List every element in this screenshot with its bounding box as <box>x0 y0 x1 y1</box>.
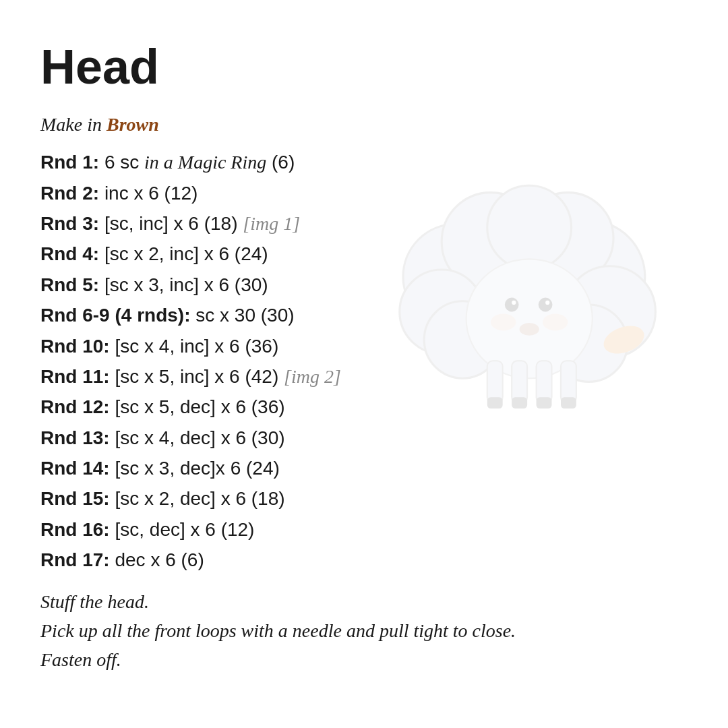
page-container: Head Make in Brown Rnd 1: 6 sc in a Magi… <box>0 0 728 728</box>
list-item: Rnd 3: [sc, inc] x 6 (18) [img 1] <box>40 209 688 238</box>
footer-line-2: Pick up all the front loops with a needl… <box>40 616 688 645</box>
footer-notes: Stuff the head. Pick up all the front lo… <box>40 587 688 675</box>
rnd-text: [sc x 4, inc] x 6 (36) <box>115 336 278 357</box>
footer-line-3: Fasten off. <box>40 645 688 674</box>
list-item: Rnd 5: [sc x 3, inc] x 6 (30) <box>40 270 688 299</box>
rnd-label: Rnd 1: <box>40 152 99 173</box>
img-ref: [img 2] <box>284 366 341 387</box>
rnd-label: Rnd 13: <box>40 427 110 448</box>
rnd-end: (6) <box>266 152 295 173</box>
list-item: Rnd 1: 6 sc in a Magic Ring (6) <box>40 148 688 177</box>
rnd-text: [sc, inc] x 6 (18) <box>104 213 243 234</box>
list-item: Rnd 2: inc x 6 (12) <box>40 179 688 208</box>
list-item: Rnd 6-9 (4 rnds): sc x 30 (30) <box>40 301 688 330</box>
rnd-text: sc x 30 (30) <box>195 305 294 326</box>
rnd-label: Rnd 4: <box>40 243 99 264</box>
list-item: Rnd 11: [sc x 5, inc] x 6 (42) [img 2] <box>40 362 688 391</box>
rnd-label: Rnd 16: <box>40 519 110 540</box>
rnd-label: Rnd 11: <box>40 366 110 387</box>
rnd-label: Rnd 15: <box>40 488 110 509</box>
rnd-label: Rnd 5: <box>40 274 99 295</box>
list-item: Rnd 10: [sc x 4, inc] x 6 (36) <box>40 332 688 361</box>
footer-line-1: Stuff the head. <box>40 587 688 616</box>
list-item: Rnd 12: [sc x 5, dec] x 6 (36) <box>40 392 688 421</box>
page-title: Head <box>40 40 688 94</box>
list-item: Rnd 17: dec x 6 (6) <box>40 545 688 574</box>
rnd-text: [sc x 5, inc] x 6 (42) <box>115 366 284 387</box>
list-item: Rnd 13: [sc x 4, dec] x 6 (30) <box>40 423 688 452</box>
rnd-label: Rnd 17: <box>40 549 110 570</box>
rnd-text: [sc x 4, dec] x 6 (30) <box>115 427 284 448</box>
rnd-label: Rnd 10: <box>40 336 110 357</box>
rnd-label: Rnd 6-9 (4 rnds): <box>40 305 190 326</box>
rnd-text: [sc x 2, dec] x 6 (18) <box>115 488 284 509</box>
rnd-text: [sc x 3, dec]x 6 (24) <box>115 458 279 479</box>
rnd-label: Rnd 3: <box>40 213 99 234</box>
list-item: Rnd 14: [sc x 3, dec]x 6 (24) <box>40 454 688 483</box>
make-in-color: Brown <box>107 114 159 135</box>
rnd-italic: in a Magic Ring <box>144 152 266 173</box>
list-item: Rnd 16: [sc, dec] x 6 (12) <box>40 515 688 544</box>
rnd-text: [sc x 2, inc] x 6 (24) <box>104 243 268 264</box>
rnd-text: [sc, dec] x 6 (12) <box>115 519 254 540</box>
rnd-label: Rnd 2: <box>40 183 99 204</box>
rnd-text: [sc x 5, dec] x 6 (36) <box>115 396 284 417</box>
rnd-text: inc x 6 (12) <box>104 183 198 204</box>
rnd-text: dec x 6 (6) <box>115 549 204 570</box>
make-in-prefix: Make in <box>40 114 107 135</box>
rnd-label: Rnd 14: <box>40 458 110 479</box>
rnd-label: Rnd 12: <box>40 396 110 417</box>
rounds-list: Rnd 1: 6 sc in a Magic Ring (6) Rnd 2: i… <box>40 148 688 574</box>
rnd-text: 6 sc <box>104 152 144 173</box>
list-item: Rnd 4: [sc x 2, inc] x 6 (24) <box>40 239 688 268</box>
rnd-text: [sc x 3, inc] x 6 (30) <box>104 274 268 295</box>
list-item: Rnd 15: [sc x 2, dec] x 6 (18) <box>40 484 688 513</box>
img-ref: [img 1] <box>243 213 300 234</box>
make-in-line: Make in Brown <box>40 114 688 135</box>
